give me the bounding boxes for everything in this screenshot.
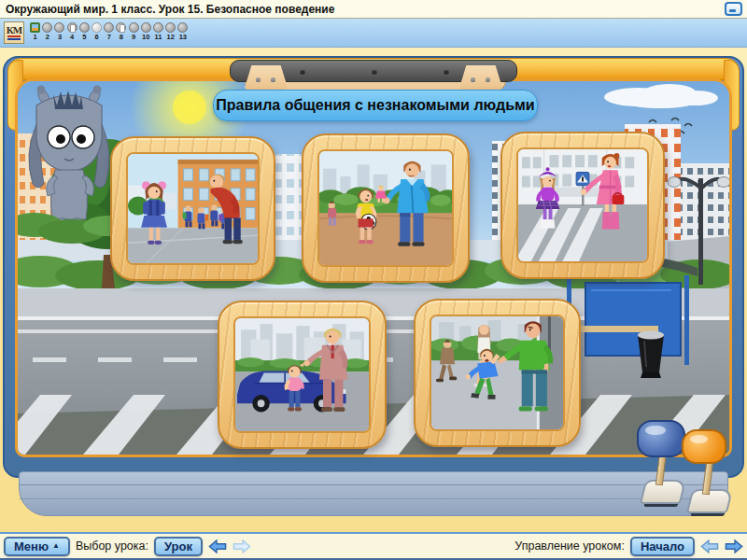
slide-button-1[interactable]: 1 [29,22,41,41]
menu-button-label: Меню [14,539,49,553]
photo-stranger-grabbing-boy [430,315,565,431]
photo-boy-invited-into-car [233,316,371,433]
photo-frame-grab [414,299,581,447]
minimize-button[interactable] [725,2,742,16]
control-prev-arrow[interactable] [700,539,719,553]
window-title: Окружающий мир. 1 класс. Урок 15. Безопа… [6,3,334,16]
photo-girl-with-stranger-woman [516,147,649,263]
control-next-arrow[interactable] [725,539,743,553]
slide-image-icon [30,22,40,33]
slide-dot-icon [54,22,64,33]
slide-dot-icon [129,22,139,33]
slide-dot-icon [153,22,163,33]
slide-page-icon [116,22,126,33]
slide-button-10[interactable]: 10 [140,22,152,41]
application-window: Окружающий мир. 1 класс. Урок 15. Безопа… [0,0,747,560]
publisher-logo: КМ [4,21,24,44]
slide-dot-icon [79,22,90,33]
lesson-select-label: Выбор урока: [76,539,148,553]
slide-number: 3 [58,34,62,41]
slide-button-8[interactable]: 8 [115,22,127,41]
slide-number: 10 [142,34,149,41]
lesson-next-arrow[interactable] [233,539,251,553]
slide-button-3[interactable]: 3 [53,22,65,41]
title-bar: Окружающий мир. 1 класс. Урок 15. Безопа… [0,0,747,19]
slide-number: 12 [166,34,174,41]
slide-number: 4 [70,34,74,41]
slide-dot-icon [42,22,52,33]
slide-button-12[interactable]: 12 [164,22,176,41]
control-bar-plate-right [459,65,502,91]
screw-icon [486,77,490,82]
menu-up-arrow-icon: ▲ [52,542,60,550]
photo-girl-with-stranger-near-school [126,152,260,265]
photo-frame-school [110,136,275,281]
screw-icon [256,77,261,82]
slide-dot-icon [104,22,114,33]
slide-dot-icon [92,22,102,33]
menu-button[interactable]: Меню ▲ [4,537,70,556]
slide-number: 13 [179,34,187,41]
slide-number: 1 [34,34,37,41]
lesson-prev-arrow[interactable] [208,539,227,553]
slide-number: 2 [46,34,49,41]
slide-number: 6 [94,34,98,41]
slide-number: 9 [132,34,135,41]
slide-button-11[interactable]: 11 [152,22,164,41]
slide-strip: 12345678910111213 [29,22,189,41]
footer-toolbar: Меню ▲ Выбор урока: Урок Управление урок… [0,532,747,560]
lesson-topic-banner: Правила общения с незнакомыми людьми [213,90,538,121]
joystick-knob-orange [682,429,726,464]
slide-number: 8 [120,34,123,41]
lesson-control-label: Управление уроком: [514,539,625,553]
rivet-icon [372,69,377,75]
slide-number: 5 [82,34,86,41]
slide-dot-icon [141,22,151,33]
slide-dot-icon [165,22,176,33]
slide-button-13[interactable]: 13 [176,22,189,41]
screw-icon [271,77,275,82]
rivet-icon [300,69,305,75]
logo-text: КМ [7,25,21,35]
logo-decor-line [7,35,21,37]
joystick-orange [665,429,747,523]
slide-button-6[interactable]: 6 [91,22,103,41]
screw-icon [471,77,475,82]
start-button[interactable]: Начало [630,537,695,556]
slide-toolbar: КМ 12345678910111213 [0,19,747,48]
slide-number: 11 [155,34,162,41]
lesson-button[interactable]: Урок [154,537,203,556]
slide-button-4[interactable]: 4 [66,22,78,41]
slide-page-icon [67,22,78,33]
photo-frame-crosswalk [500,132,665,279]
slide-number: 7 [107,34,111,41]
rivet-icon [444,69,449,75]
control-bar-plate-left [245,65,288,91]
slide-button-5[interactable]: 5 [78,22,91,41]
photo-frame-car [218,301,387,449]
photo-frame-playground [302,133,470,283]
photo-boy-offered-toy-by-stranger [317,149,454,267]
slide-button-7[interactable]: 7 [103,22,115,41]
slide-dot-icon [177,22,188,33]
logo-decor-line [7,38,21,40]
slide-button-9[interactable]: 9 [128,22,140,41]
slide-button-2[interactable]: 2 [41,22,53,41]
